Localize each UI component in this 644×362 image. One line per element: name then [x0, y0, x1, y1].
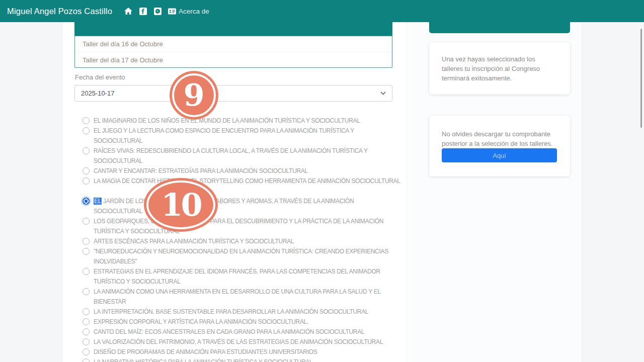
workshop-option-label: DISEÑO DE PROGRAMAS DE ANIMACIÓN PARA ES…	[94, 347, 400, 357]
workshop-option-label: CANTAR Y ENCANTAR: ESTRATEGÍAS PARA LA A…	[94, 166, 400, 176]
workshop-option[interactable]: LA INTERPRETACIÓN, BASE SUSTENTABLE PARA…	[82, 307, 400, 317]
download-card-text: No olvides descargar tu comprobante post…	[429, 116, 570, 148]
radio-unchecked[interactable]	[83, 328, 90, 335]
workshop-option[interactable]: DISEÑO DE PROGRAMAS DE ANIMACIÓN PARA ES…	[82, 347, 400, 357]
radio-unchecked[interactable]	[83, 147, 90, 154]
vertical-scrollbar-thumb[interactable]	[640, 29, 642, 128]
workshop-option-label: EL JUEGO Y LA LECTURA COMO ESPACIO DE EN…	[94, 126, 400, 146]
day-option-1[interactable]: Taller del día 16 de Octubre	[75, 36, 392, 52]
workshop-option-label: "NEUROEDUCACIÓN Y NEUROEMOCIONALIDAD EN …	[94, 246, 400, 266]
workshop-option-label: ARTES ESCÉNICAS PARA LA ANIMACIÓN TURÍST…	[94, 236, 400, 246]
radio-unchecked[interactable]	[83, 218, 90, 225]
home-icon[interactable]	[124, 7, 132, 15]
workshop-option[interactable]: EXPRESIÓN CORPORAL Y ARTÍSTICA PARA LA A…	[82, 317, 400, 327]
workshop-option-label: LA VALORIZACIÓN DEL PATRIMONIO, A TRAVÉS…	[94, 337, 400, 347]
radio-unchecked[interactable]	[83, 308, 90, 315]
workshop-day-list: Taller del día 16 de OctubreTaller del d…	[74, 36, 392, 68]
radio-checked[interactable]	[83, 198, 90, 205]
radio-unchecked[interactable]	[83, 177, 90, 185]
workshop-option[interactable]: "NEUROEDUCACIÓN Y NEUROEMOCIONALIDAD EN …	[82, 246, 400, 266]
workshop-option-label: CANTO DEL MAÍZ: ECOS ANCESTRALES EN CADA…	[94, 327, 400, 337]
radio-unchecked[interactable]	[83, 117, 90, 124]
radio-unchecked[interactable]	[83, 318, 90, 325]
navbar-icons: Acerca de	[124, 7, 209, 15]
workshop-option[interactable]: LOS GEOPARQUES, COMO ESCENARIOS PARA EL …	[82, 216, 400, 236]
brand-name[interactable]: Miguel Angel Pozos Castillo	[7, 7, 112, 16]
day-option-2[interactable]: Taller del día 17 de Octubre	[75, 52, 392, 67]
workshop-option-label: EXPRESIÓN CORPORAL Y ARTÍSTICA PARA LA A…	[94, 317, 400, 327]
workshop-option-label: LA NARRATIVA HISTÓRICA PARA LA ANIMACIÓN…	[94, 357, 400, 362]
workshop-option-label: EL IMAGINARIO DE LOS NIÑOS EN EL MUNDO D…	[94, 116, 400, 126]
radio-unchecked[interactable]	[83, 167, 90, 174]
whatsapp-icon[interactable]	[153, 7, 162, 15]
workshop-option[interactable]: ESTRATEGIAS EN EL APRENDIZAJE DEL IDIOMA…	[82, 266, 400, 287]
info-card: Una vez hayas seleccionado los talleres …	[429, 42, 570, 95]
workshop-option[interactable]: RAÍCES VIVAS: REDESCUBRIENDO LA CULTURA …	[82, 146, 400, 166]
event-date-label: Fecha del evento	[75, 73, 125, 81]
workshop-option-label: ESTRATEGIAS EN EL APRENDIZAJE DEL IDIOMA…	[94, 266, 400, 287]
event-date-value: 2025-10-17	[81, 89, 380, 97]
workshop-option[interactable]: EL IMAGINARIO DE LOS NIÑOS EN EL MUNDO D…	[82, 116, 400, 126]
radio-unchecked[interactable]	[83, 338, 90, 345]
annotation-marker-10: 10	[144, 178, 218, 232]
workshop-option[interactable]: LA ANIMACIÓN COMO UNA HERRAMIENTA EN EL …	[82, 287, 400, 307]
download-card: No olvides descargar tu comprobante post…	[429, 116, 570, 176]
annotation-marker-10-number: 10	[161, 178, 200, 232]
text-selection-highlight: EL	[94, 198, 102, 205]
workshop-radio-list: EL IMAGINARIO DE LOS NIÑOS EN EL MUNDO D…	[82, 116, 400, 362]
annotation-marker-9: 9	[170, 71, 218, 120]
info-card-text: Una vez hayas seleccionado los talleres …	[429, 42, 570, 83]
workshop-option[interactable]: ARTES ESCÉNICAS PARA LA ANIMACIÓN TURÍST…	[82, 236, 400, 246]
form-card-header	[74, 22, 392, 36]
workshop-option-label: LA MAGIA DE CONTAR HISTORIAS: EL STORYTE…	[94, 176, 400, 186]
facebook-icon[interactable]	[139, 7, 147, 15]
workshop-option[interactable]: LA VALORIZACIÓN DEL PATRIMONIO, A TRAVÉS…	[82, 337, 400, 347]
download-here-button[interactable]: Aquí	[442, 148, 557, 162]
workshop-option[interactable]: LA NARRATIVA HISTÓRICA PARA LA ANIMACIÓN…	[82, 357, 400, 362]
workshop-option[interactable]: CANTAR Y ENCANTAR: ESTRATEGÍAS PARA LA A…	[82, 166, 400, 176]
top-navbar: Miguel Angel Pozos Castillo Acerca de	[0, 0, 644, 22]
workshop-option-label: LA ANIMACIÓN COMO UNA HERRAMIENTA EN EL …	[94, 287, 400, 307]
id-card-icon	[168, 7, 176, 15]
radio-unchecked[interactable]	[83, 248, 90, 255]
chevron-down-icon	[380, 92, 386, 95]
workshop-option-label: EL JARDÍN DE LOS SENTIDOS: CREANDO SABOR…	[94, 196, 400, 216]
annotation-marker-9-number: 9	[184, 71, 205, 120]
radio-unchecked[interactable]	[83, 288, 90, 295]
radio-unchecked[interactable]	[83, 127, 90, 134]
workshop-option[interactable]: EL JUEGO Y LA LECTURA COMO ESPACIO DE EN…	[82, 126, 400, 146]
workshop-option[interactable]: CANTO DEL MAÍZ: ECOS ANCESTRALES EN CADA…	[82, 327, 400, 337]
workshop-option-label: LA INTERPRETACIÓN, BASE SUSTENTABLE PARA…	[94, 307, 400, 317]
radio-unchecked[interactable]	[83, 348, 90, 355]
workshop-option[interactable]: EL JARDÍN DE LOS SENTIDOS: CREANDO SABOR…	[82, 196, 400, 216]
workshop-option-label: RAÍCES VIVAS: REDESCUBRIENDO LA CULTURA …	[94, 146, 400, 166]
sidebar-card-header	[429, 22, 570, 33]
about-link[interactable]: Acerca de	[168, 7, 209, 15]
radio-unchecked[interactable]	[83, 358, 90, 362]
workshop-option[interactable]: LA MAGIA DE CONTAR HISTORIAS: EL STORYTE…	[82, 176, 400, 196]
event-date-select[interactable]: 2025-10-17	[74, 85, 392, 102]
about-label: Acerca de	[179, 8, 209, 15]
radio-unchecked[interactable]	[83, 238, 90, 245]
radio-unchecked[interactable]	[83, 268, 90, 275]
workshop-option-label: LOS GEOPARQUES, COMO ESCENARIOS PARA EL …	[94, 216, 400, 236]
main-content: Taller del día 16 de OctubreTaller del d…	[62, 22, 582, 362]
